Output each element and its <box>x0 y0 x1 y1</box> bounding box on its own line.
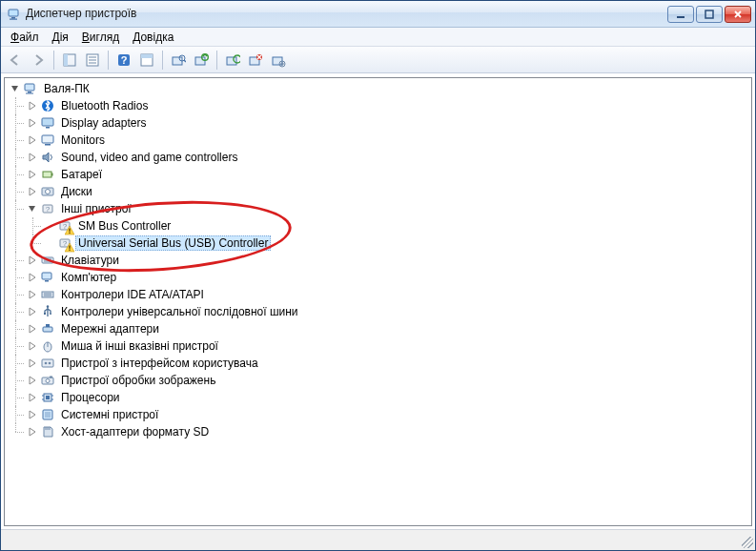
menu-view[interactable]: Вигляд <box>75 28 126 46</box>
svg-rect-1 <box>11 17 15 19</box>
tree-item-label: Клавіатури <box>58 253 122 268</box>
svg-point-68 <box>46 379 50 383</box>
unknown-icon: ? <box>57 218 72 234</box>
svg-rect-4 <box>705 10 713 18</box>
expand-icon[interactable] <box>26 339 39 353</box>
expand-icon[interactable] <box>26 99 39 112</box>
back-button[interactable] <box>5 50 26 71</box>
svg-rect-53 <box>45 280 49 282</box>
expand-icon[interactable] <box>26 357 39 370</box>
computer-icon <box>23 81 38 96</box>
tree-category-row[interactable]: Bluetooth Radios <box>26 97 751 114</box>
tree-item-label: Інші пристрої <box>58 201 134 216</box>
tree-category-row[interactable]: Мережні адаптери <box>26 320 751 337</box>
svg-rect-18 <box>195 57 205 65</box>
tree-category-row[interactable]: Monitors <box>26 132 751 149</box>
menu-action[interactable]: Дія <box>46 28 75 46</box>
svg-rect-60 <box>43 327 52 332</box>
tree-item-label: Диски <box>58 184 95 199</box>
tree-category-row[interactable]: Хост-адаптери формату SD <box>26 423 751 440</box>
svg-rect-0 <box>9 10 18 16</box>
tree-category-row[interactable]: Батареї <box>26 166 751 183</box>
network-icon <box>40 321 55 337</box>
tree-device-row[interactable]: ? Universal Serial Bus (USB) Controller <box>43 235 751 252</box>
minimize-button[interactable] <box>667 6 694 23</box>
expand-icon[interactable] <box>26 133 39 147</box>
expand-icon[interactable] <box>26 185 39 198</box>
show-hide-tree-button[interactable] <box>59 50 80 71</box>
tree-item-label: Контролери універсальної послідовної шин… <box>58 304 301 319</box>
tree-category-row[interactable]: Пристрої з інтерфейсом користувача <box>26 355 751 372</box>
expand-icon[interactable] <box>26 116 39 130</box>
update-driver-button[interactable] <box>191 50 212 71</box>
tree-item-label: Миша й інші вказівні пристрої <box>58 338 221 354</box>
action-button[interactable] <box>136 50 157 71</box>
expand-icon[interactable] <box>26 305 39 318</box>
tree-item-label: Пристрої з інтерфейсом користувача <box>58 356 261 371</box>
tree-item-label: Батареї <box>58 167 105 182</box>
tree-item-label: Комп'ютер <box>58 270 119 285</box>
expand-icon[interactable] <box>26 254 39 267</box>
svg-point-38 <box>46 190 51 194</box>
tree-item-label: Хост-адаптери формату SD <box>58 424 212 439</box>
tree-category-row[interactable]: Контролери IDE ATA/ATAPI <box>26 286 751 303</box>
svg-rect-52 <box>42 273 51 279</box>
expand-icon[interactable] <box>9 82 22 95</box>
expand-icon[interactable] <box>26 425 39 439</box>
tree-device-row[interactable]: ? SM Bus Controller <box>43 217 751 235</box>
keyboard-icon <box>40 253 55 268</box>
tree-category-row[interactable]: Пристрої обробки зображень <box>26 372 751 389</box>
content-area: Валя-ПК Bluetooth Radios Display adapter… <box>1 74 755 529</box>
expand-icon[interactable] <box>26 408 39 421</box>
properties-button[interactable] <box>82 50 103 71</box>
tree-category-row[interactable]: Sound, video and game controllers <box>26 149 751 166</box>
tree-item-label: Пристрої обробки зображень <box>58 373 218 388</box>
menu-file[interactable]: Файл <box>4 28 46 46</box>
svg-rect-54 <box>42 292 53 297</box>
window-title: Диспетчер пристроїв <box>26 7 667 21</box>
expand-icon[interactable] <box>26 202 39 215</box>
uninstall-button[interactable] <box>222 50 243 71</box>
help-button[interactable]: ? <box>113 50 134 71</box>
tree-category-row[interactable]: Системні пристрої <box>26 406 751 423</box>
svg-point-65 <box>45 362 48 365</box>
close-button[interactable] <box>725 6 751 23</box>
svg-rect-27 <box>25 84 34 91</box>
expand-icon[interactable] <box>26 168 39 181</box>
tree-item-label: Display adapters <box>58 115 149 131</box>
expand-icon[interactable] <box>26 271 39 284</box>
tree-category-row[interactable]: Процесори <box>26 389 751 406</box>
tree-category-row[interactable]: Комп'ютер <box>26 269 751 286</box>
expand-icon[interactable] <box>26 288 39 301</box>
ide-icon <box>40 287 55 302</box>
enable-button[interactable] <box>268 50 289 71</box>
tree-category-row[interactable]: Клавіатури <box>26 252 751 269</box>
tree-category-row[interactable]: Диски <box>26 183 751 200</box>
expand-icon[interactable] <box>26 374 39 387</box>
maximize-button[interactable] <box>696 6 723 23</box>
menu-action-label: ія <box>60 31 69 44</box>
display-icon <box>40 115 55 131</box>
expand-icon[interactable] <box>26 391 39 404</box>
scan-hardware-button[interactable] <box>168 50 189 71</box>
tree-root-row[interactable]: Валя-ПК <box>9 80 751 97</box>
statusbar <box>1 529 755 550</box>
tree-item-label: Monitors <box>58 133 108 148</box>
svg-point-59 <box>50 313 51 315</box>
disable-button[interactable] <box>245 50 266 71</box>
svg-rect-28 <box>28 92 31 93</box>
device-tree[interactable]: Валя-ПК Bluetooth Radios Display adapter… <box>4 77 752 526</box>
forward-button[interactable] <box>28 50 49 71</box>
svg-rect-77 <box>45 412 51 418</box>
tree-category-row[interactable]: ? Інші пристрої <box>26 200 751 217</box>
tree-category-row[interactable]: Миша й інші вказівні пристрої <box>26 337 751 355</box>
app-icon <box>7 7 22 22</box>
expand-icon[interactable] <box>26 322 39 336</box>
svg-rect-43 <box>69 229 70 232</box>
mouse-icon <box>40 338 55 354</box>
svg-rect-31 <box>42 118 53 126</box>
expand-icon[interactable] <box>26 151 39 164</box>
tree-category-row[interactable]: Display adapters <box>26 114 751 132</box>
tree-category-row[interactable]: Контролери універсальної послідовної шин… <box>26 303 751 320</box>
menu-help[interactable]: Довідка <box>126 28 180 46</box>
